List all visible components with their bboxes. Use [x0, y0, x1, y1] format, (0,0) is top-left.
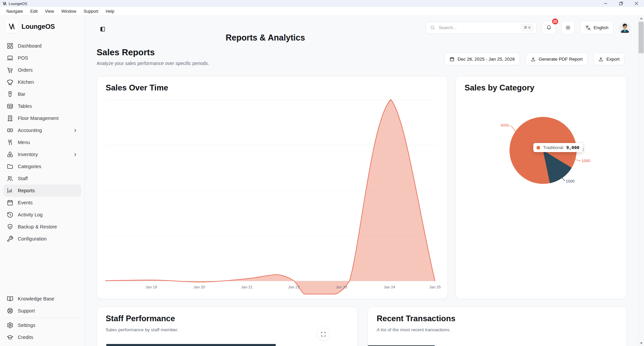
life-buoy-icon: [7, 307, 13, 314]
export-button[interactable]: Export: [593, 53, 625, 65]
wallet-icon: [7, 127, 13, 134]
scroll-up-arrow[interactable]: [638, 16, 644, 21]
gear-icon: [7, 322, 13, 329]
tooltip-series-marker: [537, 146, 540, 149]
minimize-button[interactable]: [598, 0, 613, 7]
chart-title: Sales by Category: [465, 83, 534, 92]
history-icon: [7, 211, 13, 218]
notifications-button[interactable]: 20: [542, 21, 556, 34]
sidebar-item-backup-restore[interactable]: Backup & Restore: [3, 221, 81, 233]
calendar-icon: [7, 199, 13, 206]
chevron-right-icon: [73, 128, 78, 133]
date-range-button[interactable]: Dec 26, 2025 - Jan 25, 2026: [444, 53, 520, 65]
sales-by-category-card: Sales by Category 9000 0 1000 1500 Tradi…: [455, 76, 627, 299]
menu-help[interactable]: Help: [102, 7, 118, 15]
sidebar-item-label: Staff: [18, 176, 28, 181]
sidebar-item-label: Events: [18, 200, 33, 205]
vertical-scrollbar[interactable]: [638, 16, 644, 346]
sidebar: LoungeOS Dashboard POS Orders Kitchen Ba…: [0, 16, 85, 346]
boxes-icon: [7, 151, 13, 158]
download-icon: [531, 57, 536, 62]
sidebar-item-activity-log[interactable]: Activity Log: [3, 209, 81, 221]
sidebar-item-bar[interactable]: Bar: [3, 88, 81, 100]
bell-icon: [546, 25, 552, 30]
sidebar-item-kitchen[interactable]: Kitchen: [3, 76, 81, 88]
graduation-cap-icon: [7, 334, 13, 341]
expand-chart-button[interactable]: [317, 328, 330, 341]
sidebar-item-label: Reports: [18, 188, 35, 193]
x-tick-jan-22: Jan 22: [288, 285, 300, 289]
close-button[interactable]: [629, 0, 644, 7]
restore-button[interactable]: [613, 0, 629, 7]
search-icon: [430, 25, 435, 30]
menu-navigate[interactable]: Navigate: [3, 7, 26, 15]
dashboard-icon: [7, 43, 13, 49]
theme-toggle-button[interactable]: [561, 21, 575, 34]
staff-performance-bar: [106, 344, 276, 346]
sidebar-item-pos[interactable]: POS: [3, 52, 81, 64]
scroll-down-arrow[interactable]: [638, 341, 644, 346]
sidebar-item-accounting[interactable]: Accounting: [3, 124, 81, 136]
app-logo-icon: [2, 1, 7, 6]
staff-performance-card: Staff Performance Sales performance by s…: [97, 307, 358, 346]
panel-left-icon: [100, 26, 106, 32]
x-tick-jan-25: Jan 25: [429, 285, 441, 289]
report-actions: Dec 26, 2025 - Jan 25, 2026 Generate PDF…: [444, 53, 625, 65]
menu-view[interactable]: View: [41, 7, 58, 15]
sidebar-item-settings[interactable]: Settings: [3, 319, 81, 331]
pie-label-1000: 1000: [582, 159, 590, 163]
menu-edit[interactable]: Edit: [26, 7, 41, 15]
sidebar-item-events[interactable]: Events: [3, 197, 81, 209]
header-controls: ⌘ K 20 English: [426, 21, 631, 34]
cart-icon: [7, 67, 13, 73]
sidebar-item-credits[interactable]: Credits: [3, 331, 81, 343]
sidebar-item-reports[interactable]: Reports: [3, 185, 81, 197]
sidebar-item-label: Support: [18, 308, 35, 314]
sidebar-item-staff[interactable]: Staff: [3, 172, 81, 185]
search-box[interactable]: ⌘ K: [426, 22, 537, 34]
sidebar-item-categories[interactable]: Categories: [3, 160, 81, 172]
sidebar-toggle-button[interactable]: [97, 24, 108, 34]
scrollbar-thumb[interactable]: [639, 22, 644, 53]
user-avatar[interactable]: [619, 22, 631, 34]
sidebar-item-configuration[interactable]: Configuration: [3, 233, 81, 245]
folder-icon: [7, 163, 13, 170]
panel-title: Staff Performance: [106, 314, 175, 323]
maximize-icon: [321, 332, 326, 337]
sidebar-item-support[interactable]: Support: [3, 305, 81, 317]
sidebar-item-dashboard[interactable]: Dashboard: [3, 40, 81, 52]
page-title: Reports & Analytics: [226, 33, 305, 43]
pie-label-1500: 1500: [566, 179, 575, 183]
menu-support[interactable]: Support: [80, 7, 102, 15]
sidebar-item-menu[interactable]: Menu: [3, 136, 81, 148]
chef-hat-icon: [7, 79, 13, 85]
sidebar-nav: Dashboard POS Orders Kitchen Bar Tables …: [0, 37, 85, 245]
sidebar-item-label: Orders: [18, 67, 33, 73]
language-button[interactable]: English: [580, 21, 613, 34]
sidebar-item-inventory[interactable]: Inventory: [3, 148, 81, 160]
sidebar-item-label: Kitchen: [18, 79, 34, 85]
sidebar-footer: Knowledge Base Support Settings Credits: [0, 293, 85, 346]
search-input[interactable]: [438, 25, 518, 30]
panel-subtitle: A list of the most recent transactions.: [377, 327, 451, 332]
sidebar-item-label: Menu: [18, 140, 30, 145]
book-open-icon: [7, 295, 13, 302]
sidebar-item-knowledge-base[interactable]: Knowledge Base: [3, 293, 81, 305]
sidebar-item-orders[interactable]: Orders: [3, 64, 81, 76]
sidebar-item-floor-management[interactable]: Floor Management: [3, 112, 81, 124]
building-icon: [7, 115, 13, 122]
panel-title: Recent Transactions: [377, 314, 455, 323]
bar-chart-icon: [7, 187, 13, 194]
tooltip-series-value: 9,000: [566, 145, 579, 150]
section-subtitle: Analyze your sales performance over spec…: [97, 61, 209, 66]
glass-icon: [7, 91, 13, 97]
sidebar-item-tables[interactable]: Tables: [3, 100, 81, 112]
menu-window[interactable]: Window: [58, 7, 80, 15]
app-window: LoungeOS Navigate Edit View Window Suppo…: [0, 0, 644, 346]
loungeos-logo-icon: [8, 23, 15, 30]
sales-over-time-card: Sales Over Time Jan 19 Jan 20 Jan 21 Jan…: [97, 76, 448, 299]
language-label: English: [594, 25, 608, 30]
calendar-icon: [449, 57, 454, 62]
generate-pdf-button[interactable]: Generate PDF Report: [526, 53, 588, 65]
x-tick-jan-24: Jan 24: [384, 285, 395, 289]
